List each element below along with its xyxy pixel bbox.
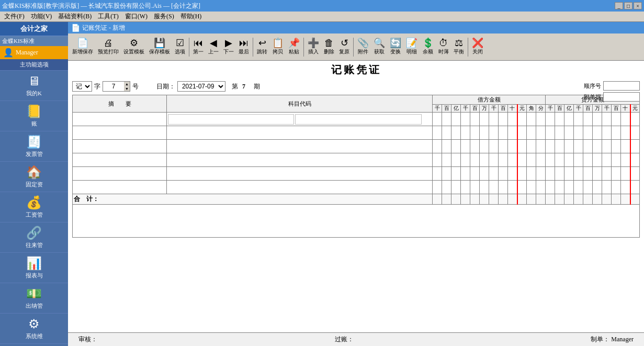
debit-cell-4 (470, 113, 480, 126)
code-cell[interactable] (167, 113, 433, 126)
spinbox-down[interactable]: ▼ (124, 86, 130, 91)
btn-copy[interactable]: 📋 拷贝 (270, 37, 286, 57)
btn-last[interactable]: ⏭ 最后 (236, 37, 251, 57)
btn-prev[interactable]: ◀ 上一 (206, 37, 221, 57)
sidebar-item-invoice[interactable]: 🧾 发票管 (0, 131, 68, 162)
btn-balance[interactable]: ⚖ 平衡 (451, 37, 466, 57)
ch-4: 百 (583, 105, 593, 113)
copy-icon: 📋 (272, 38, 284, 48)
dh-4: 百 (470, 105, 480, 113)
debit-cell-10 (527, 113, 536, 126)
credit-cell-9 (630, 113, 640, 126)
sidebar-item-cashier[interactable]: 💵 出纳管 (0, 283, 68, 314)
total-label: 合 计： (73, 194, 433, 205)
btn-options[interactable]: ☑ 选项 (173, 37, 187, 57)
btn-restore[interactable]: ↺ 复原 (337, 37, 352, 57)
dh-5: 万 (480, 105, 489, 113)
attach-input[interactable] (603, 92, 640, 102)
main-layout: 会计之家 金蝶KIS标准 👤 Manager 主功能选项 🖥 我的K 📒 账 🧾… (0, 22, 644, 346)
btn-prev-label: 上一 (208, 48, 219, 55)
btn-delete[interactable]: 🗑 删除 (322, 37, 336, 57)
sidebar-item-fixedasset[interactable]: 🏠 固定资 (0, 162, 68, 192)
btn-convert[interactable]: 🔄 变换 (388, 37, 403, 57)
reports-icon: 📊 (26, 256, 42, 271)
date-select[interactable]: 2021-07-09 (177, 81, 225, 92)
summary-input[interactable] (74, 130, 165, 136)
btn-fetch[interactable]: 🔍 获取 (371, 37, 387, 57)
zi-label: 字 (94, 82, 100, 91)
summary-cell[interactable] (73, 153, 167, 167)
menu-basic-data[interactable]: 基础资料(B) (55, 11, 95, 22)
dh-3: 千 (461, 105, 470, 113)
minimize-button[interactable]: _ (615, 2, 623, 9)
debit-cell-0 (433, 113, 442, 126)
menu-function[interactable]: 功能(V) (28, 11, 55, 22)
ch-7: 百 (612, 105, 621, 113)
voucher-number-spinbox[interactable]: ▲ ▼ (103, 81, 130, 92)
btn-next[interactable]: ▶ 下一 (221, 37, 236, 57)
summary-cell[interactable] (73, 126, 167, 140)
btn-timebook[interactable]: ⏱ 时薄 (436, 37, 451, 57)
code-input-1[interactable] (168, 114, 294, 125)
btn-attach[interactable]: 📎 附件 (355, 37, 371, 57)
btn-insert[interactable]: ➕ 插入 (306, 37, 321, 57)
btn-set-template[interactable]: ⚙ 设置模板 (121, 37, 146, 57)
table-row (73, 140, 640, 153)
first-icon: ⏮ (194, 38, 203, 48)
btn-balance-amount-label: 余额 (423, 48, 433, 55)
account-icon: 📒 (26, 104, 42, 119)
voucher-type-select[interactable]: 记 收 付 转 (72, 81, 92, 92)
sidebar-app-name: 会计之家 (0, 22, 68, 36)
btn-close-label: 关闭 (472, 48, 483, 55)
sidebar-item-relations[interactable]: 🔗 往来管 (0, 222, 68, 253)
menu-service[interactable]: 服务(S) (151, 11, 177, 22)
debit-cell-5 (480, 113, 489, 126)
btn-save-template[interactable]: 💾 保存模板 (147, 37, 172, 57)
menu-window[interactable]: 窗口(W) (122, 11, 151, 22)
remarks-row (73, 205, 640, 238)
prev-icon: ◀ (210, 38, 217, 48)
btn-paste[interactable]: 📌 粘贴 (286, 37, 302, 57)
maker-label: 制单： (591, 336, 609, 343)
summary-cell[interactable] (73, 113, 167, 126)
btn-last-label: 最后 (239, 48, 249, 55)
btn-first[interactable]: ⏮ 第一 (191, 37, 206, 57)
btn-close[interactable]: ❌ 关闭 (470, 37, 485, 57)
btn-balance-amount[interactable]: 💲 余额 (420, 37, 436, 57)
sidebar-user: 👤 Manager (0, 46, 68, 59)
sidebar-item-account[interactable]: 📒 账 (0, 101, 68, 131)
seq-input[interactable] (603, 81, 640, 91)
close-button-main[interactable]: × (634, 2, 642, 9)
total-row: 合 计： (73, 194, 640, 205)
menu-file[interactable]: 文件(F) (1, 11, 28, 22)
footer: 审核： 过账： 制单： Manager (68, 332, 644, 346)
title-bar: 金蝶KIS标准版[教学演示版] — 长城汽车股份有限公司.Ais — [会计之家… (0, 0, 644, 12)
menu-tools[interactable]: 工具(T) (95, 11, 121, 22)
sidebar-item-cloud[interactable]: ☁ 云会计 (0, 344, 68, 346)
summary-cell[interactable] (73, 140, 167, 153)
summary-cell[interactable] (73, 181, 167, 194)
attach-label: 附单据 (584, 93, 601, 101)
sidebar-item-reports[interactable]: 📊 报表与 (0, 253, 68, 283)
btn-preview-print-label: 预览打印 (98, 48, 119, 55)
btn-detail[interactable]: 📝 明细 (404, 37, 420, 57)
code-input-2[interactable] (295, 114, 421, 125)
voucher-number-input[interactable] (103, 83, 124, 90)
btn-new-save[interactable]: 📄 新增保存 (70, 37, 95, 57)
sidebar-item-system[interactable]: ⚙ 系统维 (0, 314, 68, 344)
btn-jump[interactable]: ↩ 跳转 (255, 37, 269, 57)
menu-help[interactable]: 帮助(H) (177, 11, 205, 22)
maximize-button[interactable]: □ (624, 2, 632, 9)
seq-label: 顺序号 (584, 82, 601, 90)
sidebar-item-myk[interactable]: 🖥 我的K (0, 71, 68, 101)
btn-preview-print[interactable]: 🖨 预览打印 (96, 37, 121, 57)
debit-cell-3 (461, 113, 470, 126)
sidebar-item-label: 往来管 (26, 241, 43, 249)
summary-cell[interactable] (73, 167, 167, 181)
remarks-textarea[interactable] (75, 207, 637, 234)
spinbox-up[interactable]: ▲ (124, 82, 130, 86)
sidebar-item-label: 工资管 (26, 211, 43, 219)
sidebar-item-salary[interactable]: 💰 工资管 (0, 192, 68, 222)
summary-input[interactable] (74, 116, 165, 122)
hao-label: 号 (132, 82, 139, 91)
